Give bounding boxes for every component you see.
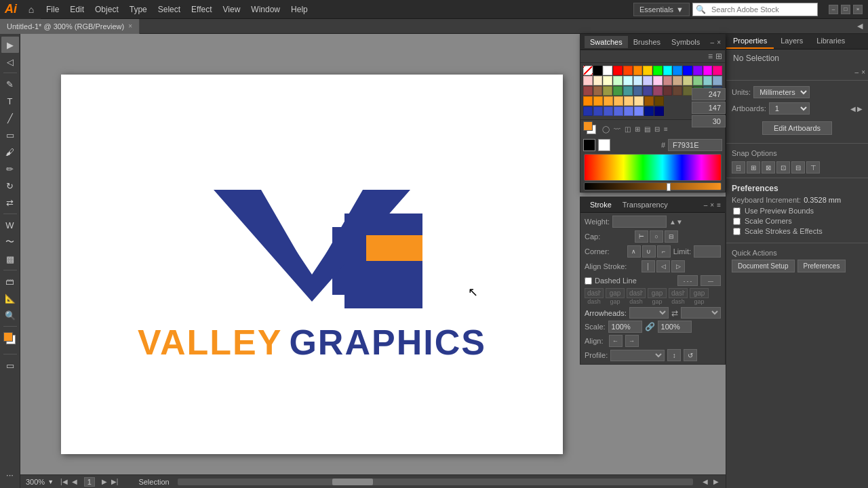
swatch-m2[interactable] [713,66,722,75]
color-black-swatch[interactable] [583,139,595,151]
swatch-black[interactable] [593,66,603,75]
align-left-btn[interactable]: ← [609,335,623,347]
snap-icon-3[interactable]: ⊠ [762,161,775,174]
stroke-tab[interactable]: Stroke [585,199,617,211]
menu-edit[interactable]: Edit [64,0,90,19]
essentials-dropdown[interactable]: Essentials ▼ [633,3,690,16]
dashed-style-1[interactable]: - - - [677,275,698,286]
width-tool[interactable]: W [1,217,19,233]
rotate-tool[interactable]: ↻ [1,178,19,194]
properties-tab[interactable]: Properties [726,34,774,49]
swatch-4-6[interactable] [634,96,644,106]
dashed-line-checkbox[interactable] [585,277,592,285]
fill-color-box[interactable] [3,332,13,342]
stroke-menu-btn[interactable]: ≡ [717,201,721,209]
menu-select[interactable]: Select [153,0,186,19]
document-tab[interactable]: Untitled-1* @ 300% (RGB/Preview) × [0,19,140,34]
swatches-tab[interactable]: Swatches [585,36,628,48]
value-input-2[interactable] [692,102,726,114]
arrowhead-swap-btn[interactable]: ⇄ [671,308,678,318]
swatch-action-menu[interactable]: ≡ [664,125,668,133]
swatch-4-7[interactable] [644,96,654,106]
swatch-b1[interactable] [673,66,682,75]
center-align-btn[interactable]: │ [642,260,655,272]
swatch-action-3[interactable]: ◫ [625,125,631,133]
use-preview-bounds-checkbox[interactable] [733,207,741,215]
outside-align-btn[interactable]: ▷ [671,260,685,272]
swatch-3-10[interactable] [673,86,682,96]
dashed-style-2[interactable]: — [701,275,721,286]
color-slider[interactable] [584,182,722,190]
scale-link-icon[interactable]: 🔗 [645,322,655,331]
round-cap-btn[interactable]: ○ [650,230,663,243]
color-hex-input[interactable] [668,139,722,151]
snap-icon-2[interactable]: ⊞ [747,161,760,174]
bevel-join-btn[interactable]: ⌐ [657,245,671,258]
swatch-4-5[interactable] [624,96,633,106]
pencil-tool[interactable]: ✏ [1,161,19,177]
weight-stepper[interactable]: ▲▼ [669,218,683,226]
direct-selection-tool[interactable]: ◁ [1,54,19,70]
swatch-g1[interactable] [653,66,663,75]
pen-tool[interactable]: ✎ [1,76,19,92]
swatch-5-2[interactable] [593,106,603,116]
menu-view[interactable]: View [218,0,246,19]
swatch-3-2[interactable] [593,86,603,96]
swatch-b2[interactable] [683,66,692,75]
swatch-2-10[interactable] [673,76,682,85]
weight-input[interactable] [612,216,667,228]
swatch-5-7[interactable] [644,106,654,116]
graph-tool[interactable]: ▩ [1,251,19,267]
menu-type[interactable]: Type [124,0,153,19]
round-join-btn[interactable]: ∪ [642,245,656,258]
swatch-3-11[interactable] [683,86,692,96]
paintbrush-tool[interactable]: 🖌 [1,144,19,160]
search-stock[interactable]: 🔍 [692,3,818,16]
scale-corners-checkbox[interactable] [733,218,741,225]
swatch-5-3[interactable] [604,106,613,116]
edit-artboards-button[interactable]: Edit Artboards [762,121,832,135]
swatch-v1[interactable] [693,66,703,75]
swatch-3-6[interactable] [633,86,643,96]
swatch-r1[interactable] [613,66,623,75]
menu-object[interactable]: Object [90,0,124,19]
swatch-5-6[interactable] [634,106,644,116]
menu-file[interactable]: File [41,0,64,19]
swatch-5-8[interactable] [654,106,664,116]
reflect-tool[interactable]: ⇄ [1,195,19,211]
search-input[interactable] [709,5,817,14]
panel-close-btn[interactable]: × [861,68,865,76]
stroke-close-btn[interactable]: × [710,201,714,209]
swatch-4-2[interactable] [593,96,603,106]
swatch-2-1[interactable] [583,76,593,85]
swatch-3-1[interactable] [583,86,593,96]
swatch-2-14[interactable] [713,76,722,85]
scale-strokes-checkbox[interactable] [733,228,741,235]
swatch-none[interactable] [583,66,593,75]
panel-collapse-btn[interactable]: – [855,68,859,76]
maximize-button[interactable]: □ [841,5,850,14]
menu-help[interactable]: Help [285,0,313,19]
swatch-action-6[interactable]: ⊟ [654,125,660,133]
eyedropper-tool[interactable]: 🗃 [1,273,19,289]
swatch-4-1[interactable] [583,96,593,106]
swatch-2-3[interactable] [603,76,612,85]
swatch-action-5[interactable]: ▤ [644,125,650,133]
document-setup-button[interactable]: Document Setup [732,260,795,272]
scroll-right-btn[interactable]: ▶ [712,478,720,485]
swatch-2-8[interactable] [653,76,663,85]
color-swatch-stack[interactable] [3,332,17,346]
value-input-3[interactable] [692,115,726,127]
snap-icon-4[interactable]: ⊡ [776,161,790,174]
panel-collapse-button[interactable]: ◀ [852,22,868,30]
warp-tool[interactable]: 〜 [1,234,19,250]
swatch-4-4[interactable] [614,96,623,106]
butt-cap-btn[interactable]: ⊢ [635,230,648,243]
prev-page-btn[interactable]: ◀ [71,478,79,485]
artboard-next-btn[interactable]: ▶ [857,105,863,113]
swatch-5-5[interactable] [624,106,633,116]
artboard-prev-btn[interactable]: ◀ [850,105,856,113]
tab-close-button[interactable]: × [128,22,132,30]
arrowhead-end-select[interactable] [681,307,721,319]
close-button[interactable]: × [853,5,863,14]
